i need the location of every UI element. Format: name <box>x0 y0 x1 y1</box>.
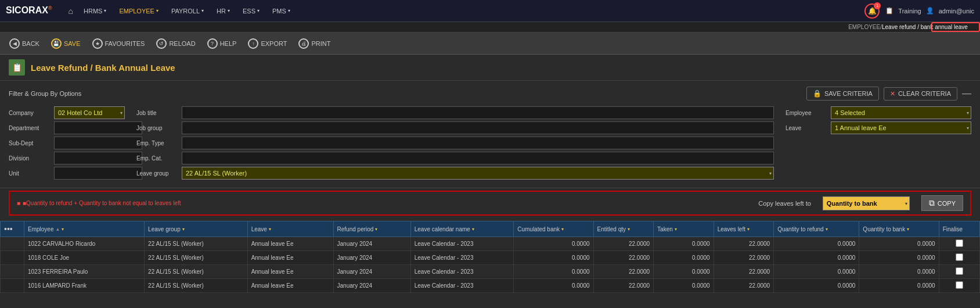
row-employee: 1023 FERREIRA Paulo <box>24 265 145 279</box>
collapse-button[interactable]: — <box>962 88 971 99</box>
th-leave: Leave ▾ <box>247 221 333 237</box>
export-button[interactable]: ↑ EXPORT <box>244 36 290 51</box>
leave-select-wrap: 1 Annual leave Ee ▾ <box>831 121 971 134</box>
company-select[interactable]: 02 Hotel Co Ltd <box>54 106 125 119</box>
leavegroup-label: Leave group <box>136 170 177 177</box>
company-select-wrap: 02 Hotel Co Ltd ▾ <box>54 106 125 119</box>
filter-left-column: Company 02 Hotel Co Ltd ▾ Department Sub… <box>9 106 136 182</box>
finalise-checkbox[interactable] <box>956 253 963 261</box>
row-leave-group: 22 AL/15 SL (Worker) <box>145 237 248 251</box>
filter-icon[interactable]: ▾ <box>472 227 474 232</box>
filter-icon[interactable]: ▾ <box>375 227 377 232</box>
favourites-button[interactable]: ★ FAVOURITES <box>89 36 149 51</box>
filter-icon[interactable]: ▾ <box>62 227 64 232</box>
row-cumulated-bank: 0.0000 <box>514 265 593 279</box>
finalise-checkbox[interactable] <box>956 239 963 247</box>
empcat-input[interactable] <box>182 152 774 164</box>
filter-icon[interactable]: ▾ <box>826 227 828 232</box>
clear-criteria-button[interactable]: ✕ CLEAR CRITERIA <box>884 87 957 101</box>
jobgroup-label: Job group <box>136 125 177 131</box>
jobgroup-input[interactable] <box>182 121 774 134</box>
nav-pms[interactable]: PMS ▾ <box>266 4 296 18</box>
row-leave-group: 22 AL/15 SL (Worker) <box>145 279 248 293</box>
back-button[interactable]: ◀ BACK <box>6 36 43 51</box>
reload-button[interactable]: ↺ RELOAD <box>153 36 199 51</box>
th-refund-period: Refund period ▾ <box>333 221 410 237</box>
row-qty-refund: 0.0000 <box>774 251 859 265</box>
copy-warning-area: ■ ■Quantity to refund + Quantity to bank… <box>0 188 980 218</box>
copy-button[interactable]: ⧉ COPY <box>921 195 963 211</box>
row-finalise[interactable] <box>939 265 979 279</box>
home-button[interactable]: ⌂ <box>64 3 78 19</box>
department-filter-row: Department <box>9 121 125 134</box>
nav-employee[interactable]: EMPLOYEE ▾ <box>113 4 164 18</box>
notifications-button[interactable]: 🔔 1 <box>864 3 880 19</box>
nav-payroll[interactable]: PAYROLL ▾ <box>165 4 210 18</box>
filter-icon[interactable]: ▾ <box>907 227 909 232</box>
row-taken: 0.0000 <box>654 237 714 251</box>
row-finalise[interactable] <box>939 237 979 251</box>
department-label: Department <box>9 125 49 131</box>
main-nav: HRMS ▾ EMPLOYEE ▾ PAYROLL ▾ HR ▾ ESS ▾ P… <box>78 4 864 18</box>
copy-type-select[interactable]: Quantity to bank Quantity to refund <box>823 196 910 210</box>
chevron-down-icon: ▾ <box>201 8 204 13</box>
copy-label: Copy leaves left to <box>758 200 811 207</box>
nav-hrms[interactable]: HRMS ▾ <box>78 4 112 18</box>
app-logo: SICORAX® <box>6 5 52 16</box>
filter-icon[interactable]: ▾ <box>628 227 630 232</box>
help-button[interactable]: ? HELP <box>204 36 240 51</box>
division-input[interactable] <box>54 152 142 164</box>
row-finalise[interactable] <box>939 279 979 293</box>
nav-ess[interactable]: ESS ▾ <box>237 4 265 18</box>
nav-hr[interactable]: HR ▾ <box>211 4 236 18</box>
row-dots <box>1 237 24 251</box>
filter-icon[interactable]: ▾ <box>561 227 564 232</box>
row-refund-period: January 2024 <box>333 251 410 265</box>
filter-icon[interactable]: ▾ <box>182 227 185 232</box>
user-info-area: 📋 Training 👤 admin@unic <box>885 7 974 15</box>
account-label: admin@unic <box>939 8 974 15</box>
filter-actions: 🔒 SAVE CRITERIA ✕ CLEAR CRITERIA — <box>806 87 971 101</box>
subdept-input[interactable] <box>54 137 142 149</box>
row-leave: Annual leave Ee <box>247 251 333 265</box>
department-input[interactable] <box>54 121 142 134</box>
row-qty-refund: 0.0000 <box>774 265 859 279</box>
table-row: 1016 LAMPARD Frank 22 AL/15 SL (Worker) … <box>1 279 980 293</box>
emptype-input[interactable] <box>182 137 774 149</box>
row-finalise[interactable] <box>939 251 979 265</box>
filter-right-column: Employee 4 Selected ▾ Leave 1 Annual lea… <box>786 106 971 182</box>
save-button[interactable]: 💾 SAVE <box>48 36 84 51</box>
leavegroup-select[interactable]: 22 AL/15 SL (Worker) <box>182 167 774 180</box>
save-icon: 💾 <box>51 38 62 49</box>
breadcrumb-parent[interactable]: EMPLOYEE <box>848 24 880 30</box>
table-row: 1023 FERREIRA Paulo 22 AL/15 SL (Worker)… <box>1 265 980 279</box>
finalise-checkbox[interactable] <box>956 267 963 275</box>
leave-filter-label: Leave <box>786 125 826 131</box>
save-criteria-button[interactable]: 🔒 SAVE CRITERIA <box>806 87 879 101</box>
row-leave: Annual leave Ee <box>247 279 333 293</box>
row-qty-refund: 0.0000 <box>774 279 859 293</box>
row-cumulated-bank: 0.0000 <box>514 251 593 265</box>
th-leaves-left: Leaves left ▾ <box>714 221 774 237</box>
row-leaves-left: 22.0000 <box>714 251 774 265</box>
th-finalise: Finalise <box>939 221 979 237</box>
filter-title: Filter & Group By Options <box>9 90 81 97</box>
row-dots <box>1 251 24 265</box>
jobtitle-input[interactable] <box>182 106 774 119</box>
unit-input[interactable] <box>54 167 142 180</box>
row-leave-calendar: Leave Calendar - 2023 <box>410 279 514 293</box>
row-leave-calendar: Leave Calendar - 2023 <box>410 265 514 279</box>
copy-select-wrap: Quantity to bank Quantity to refund ▾ <box>823 196 910 210</box>
filter-icon[interactable]: ▾ <box>747 227 750 232</box>
leave-select[interactable]: 1 Annual leave Ee <box>831 121 971 134</box>
print-button[interactable]: 🖨 PRINT <box>295 36 334 51</box>
row-leaves-left: 22.0000 <box>714 265 774 279</box>
sort-asc-icon[interactable]: ▲ <box>55 227 60 232</box>
filter-icon[interactable]: ▾ <box>269 227 271 232</box>
employee-select[interactable]: 4 Selected <box>831 106 971 119</box>
filter-icon[interactable]: ▾ <box>675 227 677 232</box>
row-dots <box>1 265 24 279</box>
row-taken: 0.0000 <box>654 265 714 279</box>
finalise-checkbox[interactable] <box>956 281 963 289</box>
row-taken: 0.0000 <box>654 251 714 265</box>
